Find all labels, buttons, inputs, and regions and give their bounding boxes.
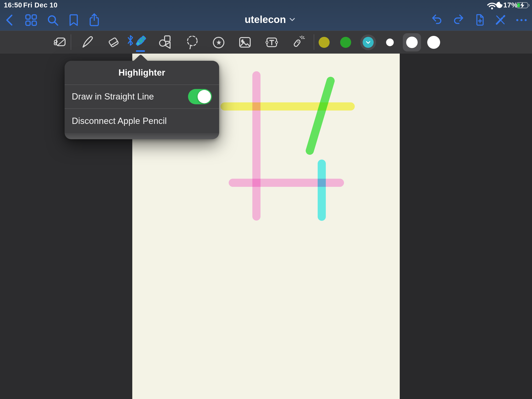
- status-time: 16:50: [4, 1, 22, 9]
- undo-icon[interactable]: [431, 13, 444, 27]
- highlighter-tool-icon[interactable]: [133, 35, 148, 50]
- stroke-size-medium[interactable]: [403, 33, 421, 51]
- pages-grid-icon[interactable]: [25, 14, 37, 26]
- draw-in-straight-line-label: Draw in Straight Line: [72, 92, 154, 102]
- bluetooth-icon: [127, 34, 133, 48]
- color-dot: [340, 37, 351, 48]
- image-tool-icon[interactable]: [237, 35, 253, 50]
- popover-arrow: [133, 54, 148, 61]
- search-icon[interactable]: [46, 14, 59, 26]
- popover-footer-edge: [65, 133, 219, 139]
- goodnotes-app-screen: 16:50 Fri Dec 10 17%: [0, 0, 532, 399]
- laser-pointer-tool-icon[interactable]: [290, 35, 305, 50]
- color-swatch-green[interactable]: [336, 33, 355, 51]
- chevron-down-icon: [289, 18, 295, 22]
- tools-toolbar: [0, 31, 532, 54]
- more-icon[interactable]: [515, 13, 528, 27]
- draw-in-straight-line-toggle[interactable]: [188, 89, 212, 104]
- pan-tool-icon[interactable]: [53, 35, 68, 50]
- sticker-tool-icon[interactable]: [211, 35, 227, 50]
- toolbar-divider: [314, 34, 314, 50]
- share-icon[interactable]: [88, 13, 101, 27]
- size-dot: [386, 38, 394, 46]
- document-title[interactable]: utelecon: [245, 14, 295, 25]
- color-dot: [363, 37, 374, 48]
- highlighter-popover: Highlighter Draw in Straight Line Discon…: [65, 61, 219, 139]
- document-title-label: utelecon: [245, 14, 286, 25]
- size-dot: [406, 37, 418, 48]
- color-swatch-olive[interactable]: [315, 33, 333, 51]
- draw-in-straight-line-row: Draw in Straight Line: [65, 85, 219, 108]
- stroke-size-small[interactable]: [381, 33, 399, 51]
- eraser-tool-icon[interactable]: [106, 35, 121, 50]
- pen-tool-icon[interactable]: [80, 35, 95, 50]
- navigation-bar: 16:50 Fri Dec 10 17%: [0, 0, 532, 31]
- chevron-down-icon: [366, 41, 371, 44]
- canvas-background-right: [400, 54, 532, 399]
- highlighter-stroke: [310, 81, 331, 151]
- toolbar-divider: [70, 34, 71, 50]
- moon-icon: [496, 1, 503, 9]
- disconnect-apple-pencil-label: Disconnect Apple Pencil: [72, 116, 167, 126]
- pencil-disable-icon[interactable]: [494, 13, 507, 27]
- lasso-tool-icon[interactable]: [185, 35, 200, 50]
- selected-tool-underline: [136, 50, 145, 52]
- color-swatch-teal[interactable]: [359, 33, 377, 51]
- disconnect-apple-pencil-button[interactable]: Disconnect Apple Pencil: [65, 109, 219, 133]
- back-icon[interactable]: [5, 14, 15, 26]
- size-dot: [427, 36, 440, 49]
- bookmark-icon[interactable]: [68, 14, 79, 26]
- toggle-knob: [198, 90, 211, 103]
- status-date: Fri Dec 10: [23, 1, 58, 9]
- battery-charging-icon: [516, 2, 530, 9]
- shapes-tool-icon[interactable]: [158, 35, 174, 50]
- text-tool-icon[interactable]: [264, 35, 279, 50]
- popover-title: Highlighter: [65, 61, 219, 84]
- redo-icon[interactable]: [451, 13, 465, 27]
- stroke-size-large[interactable]: [424, 33, 443, 51]
- battery-percent: 17%: [503, 1, 518, 9]
- add-page-icon[interactable]: [473, 13, 486, 27]
- color-dot: [319, 37, 330, 48]
